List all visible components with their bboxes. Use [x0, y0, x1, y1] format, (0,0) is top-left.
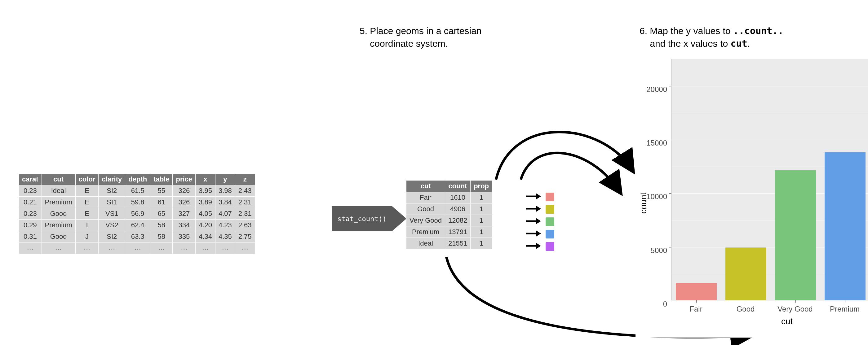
- bar-chart: count 05000100001500020000 FairGoodVery …: [636, 59, 868, 338]
- y-tick-label: 20000: [646, 85, 667, 94]
- raw-table-cell: 4.20: [196, 219, 215, 231]
- caption-step5: 5. Place geoms in a cartesian coordinate…: [360, 25, 482, 50]
- raw-table-cell: 0.23: [19, 185, 42, 197]
- summary-table-cell: 1: [471, 215, 492, 227]
- summary-data-table: cutcountpropFair16101Good49061Very Good1…: [406, 180, 492, 249]
- raw-table-cell: VS1: [99, 208, 125, 219]
- summary-table-cell: 1610: [445, 192, 470, 204]
- raw-table-cell: 4.05: [196, 208, 215, 219]
- summary-table-cell: 12082: [445, 215, 470, 227]
- raw-data-table: caratcutcolorclaritydepthtablepricexyz0.…: [19, 173, 255, 254]
- raw-table-cell: 2.31: [235, 197, 255, 208]
- summary-table-cell: 21551: [445, 238, 470, 249]
- mini-arrow-icon: [525, 192, 541, 202]
- x-tick-label: Premium: [830, 305, 860, 313]
- raw-table-cell: E: [75, 208, 99, 219]
- raw-table-cell: 56.9: [125, 208, 150, 219]
- raw-table-cell: Premium: [41, 197, 75, 208]
- step6-text-c: .: [747, 38, 750, 48]
- raw-table-cell: 2.75: [235, 231, 255, 242]
- summary-table-header: count: [445, 180, 470, 192]
- raw-table-cell: SI1: [99, 197, 125, 208]
- raw-table-cell: 326: [173, 185, 196, 197]
- raw-table-header: cut: [41, 174, 75, 185]
- summary-table-cell: 1: [471, 204, 492, 215]
- chart-panel: [671, 59, 868, 301]
- raw-table-cell: 65: [150, 208, 173, 219]
- x-axis-title: cut: [781, 316, 793, 326]
- step6-text-a: 6. Map the y values to: [640, 26, 733, 36]
- raw-table-cell: 61.5: [125, 185, 150, 197]
- raw-table-header: color: [75, 174, 99, 185]
- y-tick-label: 15000: [646, 139, 667, 147]
- raw-table-cell: 59.8: [125, 197, 150, 208]
- chart-bar: [676, 283, 716, 300]
- step6-code2: cut: [731, 38, 747, 49]
- raw-table-cell: 3.98: [215, 185, 235, 197]
- summary-table-cell: Ideal: [406, 238, 445, 249]
- summary-table-cell: Good: [406, 204, 445, 215]
- summary-table-cell: 1: [471, 192, 492, 204]
- y-tick-label: 5000: [651, 246, 667, 255]
- color-swatch: [546, 230, 554, 238]
- x-tick-label: Very Good: [777, 305, 812, 313]
- raw-table-cell: …: [125, 242, 150, 254]
- mini-arrow-icon: [525, 205, 541, 215]
- raw-table-header: table: [150, 174, 173, 185]
- summary-table-header: cut: [406, 180, 445, 192]
- raw-table-header: price: [173, 174, 196, 185]
- raw-table-cell: 0.23: [19, 208, 42, 219]
- step6-text-b: and the x values to: [640, 38, 731, 48]
- y-tick-label: 10000: [646, 192, 667, 201]
- raw-table-cell: Good: [41, 208, 75, 219]
- raw-table-cell: 2.43: [235, 185, 255, 197]
- raw-table-cell: 2.63: [235, 219, 255, 231]
- raw-table-cell: 4.07: [215, 208, 235, 219]
- raw-table-cell: 3.84: [215, 197, 235, 208]
- mini-arrow-icon: [525, 230, 541, 239]
- raw-table-header: y: [215, 174, 235, 185]
- summary-table-cell: 1: [471, 238, 492, 249]
- summary-table-header: prop: [471, 180, 492, 192]
- summary-table-cell: Premium: [406, 227, 445, 238]
- summary-table-cell: 4906: [445, 204, 470, 215]
- color-swatch: [546, 193, 554, 201]
- chart-bar: [825, 152, 865, 300]
- raw-table-cell: 0.31: [19, 231, 42, 242]
- raw-table-header: x: [196, 174, 215, 185]
- raw-table-cell: VS2: [99, 219, 125, 231]
- raw-table-cell: Good: [41, 231, 75, 242]
- raw-table-cell: …: [75, 242, 99, 254]
- raw-table-cell: J: [75, 231, 99, 242]
- summary-table-cell: 13791: [445, 227, 470, 238]
- x-tick-label: Fair: [689, 305, 702, 313]
- raw-table-cell: 58: [150, 231, 173, 242]
- y-tick-label: 0: [663, 300, 667, 308]
- raw-table-cell: 2.31: [235, 208, 255, 219]
- stat-count-label: stat_count(): [337, 215, 386, 223]
- y-axis: 05000100001500020000: [636, 59, 670, 301]
- raw-table-cell: 326: [173, 197, 196, 208]
- raw-table-header: depth: [125, 174, 150, 185]
- x-axis: FairGoodVery GoodPremiumIdeal: [671, 303, 868, 315]
- summary-table-cell: 1: [471, 227, 492, 238]
- raw-table-cell: 62.4: [125, 219, 150, 231]
- raw-table-cell: …: [99, 242, 125, 254]
- raw-table-cell: 58: [150, 219, 173, 231]
- raw-table-header: clarity: [99, 174, 125, 185]
- raw-table-cell: 63.3: [125, 231, 150, 242]
- raw-table-cell: E: [75, 185, 99, 197]
- chart-bar: [775, 170, 816, 300]
- raw-table-cell: …: [150, 242, 173, 254]
- x-tick-label: Good: [737, 305, 755, 313]
- color-swatch: [546, 242, 554, 251]
- step6-code1: ..count..: [733, 25, 784, 36]
- raw-table-header: carat: [19, 174, 42, 185]
- raw-table-cell: 61: [150, 197, 173, 208]
- summary-table-cell: Fair: [406, 192, 445, 204]
- raw-table-cell: 55: [150, 185, 173, 197]
- raw-table-cell: …: [41, 242, 75, 254]
- color-swatch: [546, 205, 554, 214]
- raw-table-cell: …: [235, 242, 255, 254]
- raw-table-cell: Premium: [41, 219, 75, 231]
